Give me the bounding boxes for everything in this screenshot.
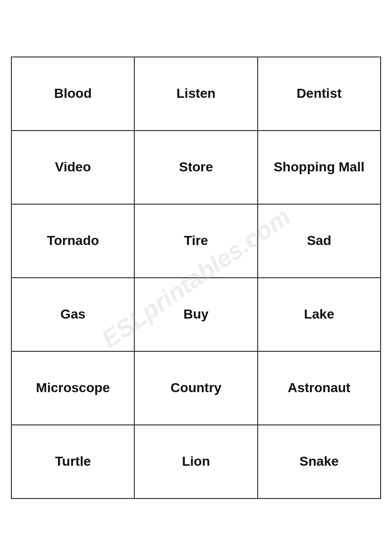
cell-country: Country bbox=[135, 352, 258, 425]
cell-store: Store bbox=[135, 131, 258, 205]
flashcard-page: ESLprintables.com BloodListenDentistVide… bbox=[11, 56, 381, 499]
cell-dentist: Dentist bbox=[258, 57, 381, 131]
flashcard-grid: BloodListenDentistVideoStoreShopping Mal… bbox=[11, 56, 381, 499]
cell-tornado: Tornado bbox=[12, 205, 135, 278]
cell-label-snake: Snake bbox=[299, 453, 339, 470]
cell-microscope: Microscope bbox=[12, 352, 135, 425]
cell-tire: Tire bbox=[135, 205, 258, 278]
cell-label-astronaut: Astronaut bbox=[288, 380, 350, 396]
cell-turtle: Turtle bbox=[12, 425, 135, 499]
cell-label-sad: Sad bbox=[307, 233, 331, 249]
cell-lion: Lion bbox=[135, 425, 258, 499]
cell-label-store: Store bbox=[179, 159, 213, 175]
cell-listen: Listen bbox=[135, 57, 258, 131]
cell-label-video: Video bbox=[55, 159, 91, 175]
cell-label-lake: Lake bbox=[304, 306, 334, 322]
cell-label-tire: Tire bbox=[184, 233, 208, 249]
cell-label-country: Country bbox=[170, 380, 221, 396]
cell-label-turtle: Turtle bbox=[55, 453, 91, 470]
cell-label-buy: Buy bbox=[184, 306, 209, 322]
cell-label-gas: Gas bbox=[60, 306, 85, 322]
cell-blood: Blood bbox=[12, 57, 135, 131]
cell-label-blood: Blood bbox=[54, 85, 92, 102]
cell-lake: Lake bbox=[258, 278, 381, 352]
cell-shopping-mall: Shopping Mall bbox=[258, 131, 381, 205]
cell-label-microscope: Microscope bbox=[36, 380, 110, 396]
cell-astronaut: Astronaut bbox=[258, 352, 381, 425]
cell-sad: Sad bbox=[258, 205, 381, 278]
cell-buy: Buy bbox=[135, 278, 258, 352]
cell-snake: Snake bbox=[258, 425, 381, 499]
cell-label-tornado: Tornado bbox=[47, 233, 99, 249]
cell-gas: Gas bbox=[12, 278, 135, 352]
cell-label-dentist: Dentist bbox=[297, 85, 342, 102]
cell-label-shopping-mall: Shopping Mall bbox=[274, 159, 364, 175]
cell-label-listen: Listen bbox=[177, 85, 215, 102]
cell-video: Video bbox=[12, 131, 135, 205]
cell-label-lion: Lion bbox=[182, 453, 210, 470]
